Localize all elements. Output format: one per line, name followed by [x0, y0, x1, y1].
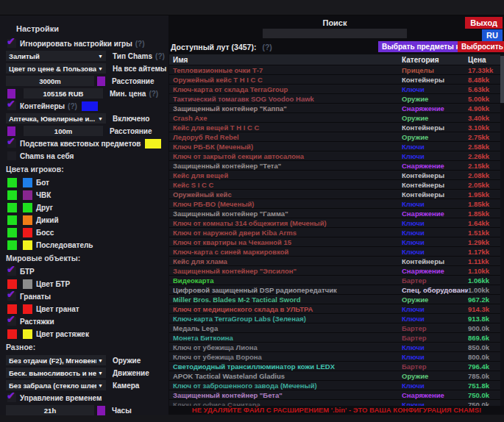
- loot-table-row[interactable]: Miller Bros. Blades M-2 Tactical SwordОр…: [169, 295, 500, 304]
- loot-table-row[interactable]: Тепловизионные очки Т-7Прицелы17.33kk: [169, 65, 500, 75]
- loot-table-row[interactable]: Ключ РБ-БК (Меченый)Ключи2.58kk: [169, 142, 500, 151]
- loot-table-row[interactable]: Ключ от наружной двери Kiba ArmsКлючи1.5…: [169, 228, 500, 237]
- color-swatch[interactable]: [7, 240, 17, 250]
- color-swatch[interactable]: [82, 101, 98, 111]
- color-swatch[interactable]: [23, 329, 32, 339]
- checkbox[interactable]: ✔: [7, 393, 16, 402]
- checkbox[interactable]: ✔: [7, 267, 16, 276]
- loot-table-row[interactable]: Ключ от закрытой секции автосалонаКлючи2…: [169, 151, 500, 161]
- color-swatch[interactable]: [7, 304, 17, 314]
- loot-table-row[interactable]: Ключ-карта от склада TerraGroupКлючи5.63…: [169, 85, 500, 94]
- checkbox[interactable]: ✔: [7, 39, 16, 48]
- loot-table-row[interactable]: Ключ РБ-ВО (Меченый)Ключи1.85kk: [169, 199, 500, 209]
- dropdown[interactable]: Цвет по цене & Пользователы▼: [6, 63, 106, 74]
- dropdown[interactable]: Без забрала (стекло шлема)▼: [6, 380, 106, 390]
- loot-table-row[interactable]: Ключ-карта с синей маркировкойКлючи1.17k…: [169, 247, 500, 257]
- dropdown[interactable]: Аптечка, Ювелирные и...▼: [6, 113, 106, 124]
- loot-table-row[interactable]: Тактический томагавк SOG Voodoo HawkОруж…: [169, 94, 500, 104]
- color-swatch[interactable]: [23, 203, 32, 212]
- color-swatch[interactable]: [7, 190, 17, 200]
- loot-table-row[interactable]: Кейс для вещей T H I C CКонтейнеры3.10kk: [169, 123, 500, 132]
- color-swatch[interactable]: [7, 279, 17, 289]
- loot-table-row[interactable]: Ключ от убежища ЛионаКлючи850.0k: [169, 343, 500, 352]
- loot-table-row[interactable]: Ключ от медицинского склада в УЛЬТРАКлюч…: [169, 304, 500, 314]
- loot-table-row[interactable]: Ключ от квартиры на Чеканной 15Ключи1.29…: [169, 237, 500, 247]
- color-swatch[interactable]: [7, 126, 15, 136]
- color-swatch[interactable]: [23, 279, 32, 289]
- table-scrollbar[interactable]: [500, 54, 504, 406]
- color-swatch[interactable]: [23, 240, 32, 250]
- help-icon: (?): [262, 43, 271, 51]
- loot-table-row[interactable]: Ледоруб Red RebelОружие2.75kk: [169, 132, 500, 142]
- color-swatch[interactable]: [7, 203, 17, 212]
- loot-table-row[interactable]: Защищенный контейнер "Тета"Снаряжение2.1…: [169, 161, 500, 171]
- loot-table-row[interactable]: Ключ от офиса СанитараКлючи750.0k: [169, 400, 500, 406]
- scrollbar-thumb[interactable]: [500, 56, 504, 103]
- language-toggle-button[interactable]: RU: [482, 29, 503, 41]
- dropdown[interactable]: Беск. выносливость и нет уста▼: [6, 368, 106, 378]
- loot-table-row[interactable]: Кейс S I C CКонтейнеры2.05kk: [169, 180, 500, 190]
- color-swatch[interactable]: [23, 304, 32, 314]
- loot-table-row[interactable]: APOK Tactical Wasteland GladiusОружие785…: [169, 371, 500, 381]
- item-price: 1.85kk: [468, 210, 500, 218]
- loot-table-row[interactable]: Ключ-карта TerraGroup Labs (Зеленая)Ключ…: [169, 314, 500, 323]
- loot-table-row[interactable]: Кейс для вещейКонтейнеры2.08kk: [169, 171, 500, 180]
- item-name: Тепловизионные очки Т-7: [169, 66, 402, 74]
- search-input[interactable]: [263, 29, 407, 38]
- loot-table-row[interactable]: Защищенный контейнер "Каппа"Снаряжение4.…: [169, 104, 500, 113]
- loot-table-row[interactable]: Ключ от заброшенного завода (Меченый)Клю…: [169, 381, 500, 390]
- loot-table-row[interactable]: Оружейный кейсКонтейнеры1.95kk: [169, 190, 500, 199]
- color-swatch[interactable]: [23, 228, 32, 237]
- loot-table-row[interactable]: Медаль LegaБартер900.0k: [169, 323, 500, 333]
- color-swatch[interactable]: [7, 228, 17, 237]
- color-swatch[interactable]: [97, 76, 105, 86]
- value-input[interactable]: [6, 405, 94, 415]
- loot-table-row[interactable]: Светодиодный трансиллюминатор кожи LEDXБ…: [169, 362, 500, 371]
- color-swatch[interactable]: [7, 89, 15, 99]
- value-input[interactable]: [24, 88, 103, 99]
- item-category: Оружие: [402, 114, 468, 122]
- item-category: Ключи: [402, 382, 468, 390]
- loot-table-row[interactable]: Ключ от убежища ВоронаКлючи800.0k: [169, 352, 500, 362]
- item-category: Бартер: [402, 276, 468, 285]
- checkbox[interactable]: ✔: [7, 317, 16, 326]
- color-swatch[interactable]: [7, 215, 17, 225]
- loot-table-row[interactable]: Защищенный контейнер "Гамма"Снаряжение1.…: [169, 209, 500, 218]
- column-header-price[interactable]: Цена: [468, 56, 500, 64]
- loot-table-row[interactable]: Crash AxeОружие3.40kk: [169, 113, 500, 123]
- loot-table-row[interactable]: ВидеокартаБартер1.06kk: [169, 276, 500, 285]
- loot-table-row[interactable]: Цифровой защищенный DSP радиопередатчикС…: [169, 285, 500, 295]
- dropdown[interactable]: Залитый▼: [6, 51, 106, 61]
- checkmark-icon: ✔: [7, 35, 15, 47]
- color-swatch[interactable]: [23, 178, 32, 187]
- item-name: Оружейный кейс: [169, 190, 402, 199]
- checkbox[interactable]: ✔: [7, 101, 16, 110]
- value-input[interactable]: [24, 126, 103, 136]
- color-swatch[interactable]: [23, 215, 32, 225]
- item-price: 1.64kk: [468, 219, 500, 227]
- column-header-name[interactable]: Имя: [169, 56, 402, 64]
- loot-table-row[interactable]: Защищенный контейнер "Бета"Снаряжение750…: [169, 390, 500, 400]
- drop-all-button[interactable]: Выбросить все: [458, 41, 504, 52]
- checkbox[interactable]: [7, 151, 16, 160]
- item-name: Ключ от медицинского склада в УЛЬТРА: [169, 305, 402, 313]
- color-swatch[interactable]: [7, 178, 17, 187]
- loot-table-row[interactable]: Кейс для хламаКонтейнеры1.11kk: [169, 257, 500, 266]
- loot-table-row[interactable]: Защищенный контейнер "Эпсилон"Снаряжение…: [169, 266, 500, 276]
- checkbox[interactable]: ✔: [7, 139, 16, 148]
- settings-row: ✔Контейнеры(?): [0, 100, 168, 112]
- loot-table-row[interactable]: Ключ от комнаты 314 общежития (Меченый)К…: [169, 218, 500, 228]
- dropdown[interactable]: Без отдачи (F2), Мгновенное п▼: [6, 355, 106, 365]
- loot-table-row[interactable]: Монета БиткоинаБартер869.6k: [169, 333, 500, 343]
- loot-table-row[interactable]: Оружейный кейс T H I C CКонтейнеры8.48kk: [169, 75, 500, 85]
- settings-row: ✔БТР: [0, 265, 168, 277]
- exit-button[interactable]: Выход: [465, 17, 503, 29]
- checkbox[interactable]: ✔: [7, 292, 16, 301]
- chevron-down-icon: ▼: [98, 116, 103, 121]
- column-header-category[interactable]: Категория: [402, 56, 468, 64]
- value-input[interactable]: [6, 76, 94, 86]
- color-swatch[interactable]: [145, 139, 161, 149]
- color-swatch[interactable]: [7, 329, 17, 339]
- color-swatch[interactable]: [97, 406, 105, 415]
- color-swatch[interactable]: [23, 190, 32, 200]
